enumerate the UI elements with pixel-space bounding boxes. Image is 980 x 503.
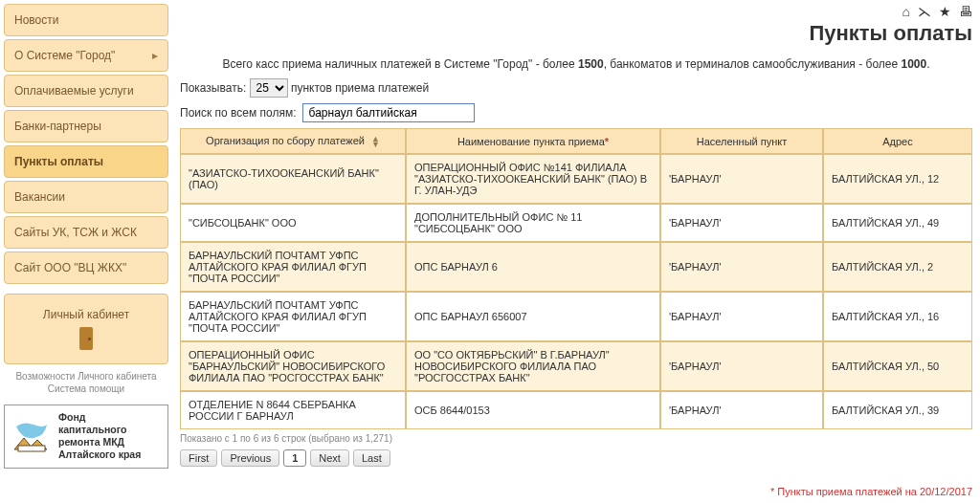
cell-city: 'БАРНАУЛ' bbox=[660, 204, 823, 242]
cell-addr: БАЛТИЙСКАЯ УЛ., 39 bbox=[823, 391, 972, 429]
cabinet-label: Личный кабинет bbox=[43, 308, 129, 321]
top-icons: ⌂ ⋋ ★ 🖶 bbox=[902, 4, 972, 19]
table-row: ОПЕРАЦИОННЫЙ ОФИС "БАРНАУЛЬСКИЙ" НОВОСИБ… bbox=[180, 341, 972, 391]
sidebar-item-3[interactable]: Банки-партнеры bbox=[4, 110, 168, 142]
house-icon bbox=[11, 419, 53, 453]
cell-addr: БАЛТИЙСКАЯ УЛ., 16 bbox=[823, 292, 972, 341]
table-summary: Показано с 1 по 6 из 6 строк (выбрано из… bbox=[180, 433, 972, 444]
cell-name: ОПС БАРНАУЛ 656007 bbox=[406, 292, 660, 341]
payments-table: Организация по сбору платежей ▲▼ Наимено… bbox=[180, 128, 972, 429]
partner-logo[interactable]: Фонд капитального ремонта МКД Алтайского… bbox=[4, 405, 168, 469]
cell-addr: БАЛТИЙСКАЯ УЛ., 12 bbox=[823, 154, 972, 204]
pager: First Previous 1 Next Last bbox=[180, 449, 972, 467]
cabinet-hint: Возможности Личного кабинета Система пом… bbox=[4, 370, 168, 395]
cell-city: 'БАРНАУЛ' bbox=[660, 341, 823, 391]
main-content: ⌂ ⋋ ★ 🖶 Пункты оплаты Всего касс приема … bbox=[172, 0, 980, 503]
sidebar-item-7[interactable]: Сайт ООО "ВЦ ЖКХ" bbox=[4, 252, 168, 284]
cell-city: 'БАРНАУЛ' bbox=[660, 292, 823, 341]
personal-cabinet-button[interactable]: Личный кабинет bbox=[4, 294, 168, 364]
cell-city: 'БАРНАУЛ' bbox=[660, 242, 823, 292]
first-button[interactable]: First bbox=[180, 449, 217, 467]
rss-icon[interactable]: ⋋ bbox=[918, 4, 931, 19]
col-org[interactable]: Организация по сбору платежей ▲▼ bbox=[180, 128, 406, 154]
search-input[interactable] bbox=[302, 103, 475, 122]
table-row: БАРНАУЛЬСКИЙ ПОЧТАМТ УФПС АЛТАЙСКОГО КРА… bbox=[180, 242, 972, 292]
door-icon bbox=[79, 327, 93, 350]
cell-name: ОПЕРАЦИОННЫЙ ОФИС №141 ФИЛИАЛА "АЗИАТСКО… bbox=[406, 154, 660, 204]
cell-org: ОПЕРАЦИОННЫЙ ОФИС "БАРНАУЛЬСКИЙ" НОВОСИБ… bbox=[180, 341, 406, 391]
svg-rect-0 bbox=[18, 446, 45, 451]
page-title: Пункты оплаты bbox=[180, 21, 972, 46]
cell-addr: БАЛТИЙСКАЯ УЛ., 50 bbox=[823, 341, 972, 391]
sidebar-item-1[interactable]: О Системе "Город" bbox=[4, 39, 168, 72]
table-row: "СИБСОЦБАНК" ОООДОПОЛНИТЕЛЬНЫЙ ОФИС № 11… bbox=[180, 204, 972, 242]
next-button[interactable]: Next bbox=[310, 449, 349, 467]
print-icon[interactable]: 🖶 bbox=[959, 4, 972, 19]
table-row: БАРНАУЛЬСКИЙ ПОЧТАМТ УФПС АЛТАЙСКОГО КРА… bbox=[180, 292, 972, 341]
sort-icon: ▲▼ bbox=[371, 136, 380, 148]
star-icon[interactable]: ★ bbox=[939, 4, 951, 19]
cell-org: БАРНАУЛЬСКИЙ ПОЧТАМТ УФПС АЛТАЙСКОГО КРА… bbox=[180, 242, 406, 292]
cell-name: ДОПОЛНИТЕЛЬНЫЙ ОФИС № 11 "СИБСОЦБАНК" ОО… bbox=[406, 204, 660, 242]
cell-city: 'БАРНАУЛ' bbox=[660, 154, 823, 204]
cell-name: ОСБ 8644/0153 bbox=[406, 391, 660, 429]
home-icon[interactable]: ⌂ bbox=[902, 4, 910, 19]
cell-city: 'БАРНАУЛ' bbox=[660, 391, 823, 429]
last-button[interactable]: Last bbox=[353, 449, 390, 467]
sidebar-item-2[interactable]: Оплачиваемые услуги bbox=[4, 75, 168, 107]
sidebar-item-4[interactable]: Пункты оплаты bbox=[4, 145, 168, 178]
cell-addr: БАЛТИЙСКАЯ УЛ., 49 bbox=[823, 204, 972, 242]
search-label: Поиск по всем полям: bbox=[180, 106, 297, 120]
cell-org: БАРНАУЛЬСКИЙ ПОЧТАМТ УФПС АЛТАЙСКОГО КРА… bbox=[180, 292, 406, 341]
col-city[interactable]: Населенный пункт bbox=[660, 128, 823, 154]
cell-org: "АЗИАТСКО-ТИХООКЕАНСКИЙ БАНК" (ПАО) bbox=[180, 154, 406, 204]
cell-org: ОТДЕЛЕНИЕ N 8644 СБЕРБАНКА РОССИИ Г БАРН… bbox=[180, 391, 406, 429]
cell-org: "СИБСОЦБАНК" ООО bbox=[180, 204, 406, 242]
page-size-control: Показывать: 25 пунктов приема платежей bbox=[180, 78, 972, 98]
page-size-select[interactable]: 25 bbox=[250, 78, 288, 98]
sidebar-item-6[interactable]: Сайты УК, ТСЖ и ЖСК bbox=[4, 216, 168, 249]
logo-text: Фонд капитального ремонта МКД Алтайского… bbox=[58, 411, 141, 462]
col-name[interactable]: Наименование пункта приема* bbox=[406, 128, 660, 154]
table-row: ОТДЕЛЕНИЕ N 8644 СБЕРБАНКА РОССИИ Г БАРН… bbox=[180, 391, 972, 429]
sidebar: НовостиО Системе "Город"Оплачиваемые усл… bbox=[0, 0, 172, 503]
cell-name: ОПС БАРНАУЛ 6 bbox=[406, 242, 660, 292]
col-addr[interactable]: Адрес bbox=[823, 128, 972, 154]
prev-button[interactable]: Previous bbox=[221, 449, 279, 467]
footnote: * Пункты приема платежей на 20/12/2017 bbox=[770, 486, 972, 497]
cell-name: ОО "СО ОКТЯБРЬСКИЙ" В Г.БАРНАУЛ" НОВОСИБ… bbox=[406, 341, 660, 391]
sidebar-item-0[interactable]: Новости bbox=[4, 4, 168, 36]
table-row: "АЗИАТСКО-ТИХООКЕАНСКИЙ БАНК" (ПАО)ОПЕРА… bbox=[180, 154, 972, 204]
sidebar-item-5[interactable]: Вакансии bbox=[4, 181, 168, 213]
cell-addr: БАЛТИЙСКАЯ УЛ., 2 bbox=[823, 242, 972, 292]
page-1-button[interactable]: 1 bbox=[283, 449, 306, 467]
intro-text: Всего касс приема наличных платежей в Си… bbox=[180, 57, 972, 71]
